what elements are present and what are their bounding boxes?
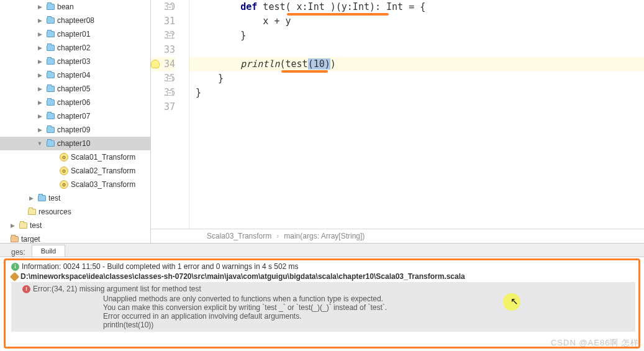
tree-item-chapter03[interactable]: ▶chapter03 bbox=[0, 55, 150, 68]
lightbulb-icon[interactable] bbox=[151, 60, 160, 68]
crumb-class[interactable]: Scala03_Transform bbox=[207, 232, 271, 240]
tree-label: chapter02 bbox=[57, 43, 90, 52]
fold-icon[interactable]: − bbox=[167, 90, 173, 96]
editor-code[interactable]: def test( x:Int )(y:Int): Int = { x + y … bbox=[189, 0, 644, 229]
watermark: CSDN @AE86啊 怎样 bbox=[551, 337, 639, 349]
editor-pane: 30−3132−333435−36−37 def test( x:Int )(y… bbox=[151, 0, 644, 243]
tree-item-test[interactable]: ▶test bbox=[0, 191, 150, 205]
fold-icon[interactable]: − bbox=[167, 33, 173, 39]
cursor-icon: ↖ bbox=[510, 296, 519, 307]
folder-icon bbox=[45, 57, 55, 66]
tree-item-bean[interactable]: ▶bean bbox=[0, 0, 150, 14]
line-number: 37 bbox=[151, 100, 175, 114]
tree-label: chapter09 bbox=[57, 125, 90, 134]
build-info-line: i Information: 0024 11:50 - Build comple… bbox=[11, 262, 635, 271]
folder-icon bbox=[45, 125, 55, 135]
tree-item-scala01_transform[interactable]: ▶oScala01_Transform bbox=[0, 150, 150, 164]
chevron-right-icon[interactable]: ▶ bbox=[36, 113, 43, 119]
warning-icon bbox=[10, 271, 20, 281]
line-number: 36− bbox=[151, 86, 175, 100]
tree-label: Scala03_Transform bbox=[71, 180, 135, 189]
tree-item-chapter10[interactable]: ▼chapter10 bbox=[0, 137, 150, 150]
line-number: 32− bbox=[151, 29, 175, 43]
chevron-right-icon[interactable]: ▶ bbox=[36, 31, 43, 37]
breadcrumb[interactable]: Scala03_Transform › main(args: Array[Str… bbox=[151, 229, 644, 243]
line-number: 31 bbox=[151, 14, 175, 29]
folder-icon bbox=[45, 98, 55, 107]
tree-label: chapter01 bbox=[57, 30, 90, 39]
info-icon: i bbox=[11, 263, 19, 271]
tree-item-chapter05[interactable]: ▶chapter05 bbox=[0, 82, 150, 96]
bottom-tabs: ges: Build bbox=[0, 243, 644, 257]
chevron-right-icon[interactable]: ▶ bbox=[27, 195, 35, 201]
chevron-right-icon[interactable]: ▶ bbox=[36, 4, 43, 10]
folder-icon bbox=[45, 29, 55, 39]
folder-icon bbox=[45, 43, 55, 53]
folder-icon bbox=[27, 207, 37, 217]
tree-label: Scala02_Transform bbox=[71, 166, 135, 175]
fold-icon[interactable]: − bbox=[167, 76, 173, 81]
chevron-down-icon[interactable]: ▼ bbox=[36, 140, 43, 147]
tree-label: resources bbox=[39, 207, 71, 216]
line-number: 35− bbox=[151, 71, 175, 86]
object-icon: o bbox=[59, 152, 69, 162]
folder-icon bbox=[45, 16, 55, 25]
line-number: 34 bbox=[151, 57, 175, 71]
tree-item-chapter06[interactable]: ▶chapter06 bbox=[0, 96, 150, 109]
fold-icon[interactable]: − bbox=[167, 4, 173, 10]
folder-icon bbox=[45, 2, 55, 12]
tree-item-chapter09[interactable]: ▶chapter09 bbox=[0, 123, 150, 137]
tree-item-chapter01[interactable]: ▶chapter01 bbox=[0, 27, 150, 41]
tree-label: bean bbox=[57, 2, 74, 11]
chevron-right-icon[interactable]: ▶ bbox=[36, 45, 43, 51]
tree-label: chapter07 bbox=[57, 112, 90, 121]
line-number: 33 bbox=[151, 43, 175, 57]
object-icon: o bbox=[59, 180, 69, 189]
error-icon: ! bbox=[22, 285, 30, 293]
tree-item-chapter07[interactable]: ▶chapter07 bbox=[0, 109, 150, 123]
build-file-line[interactable]: D:\mineworkspace\idea\classes\classes-sh… bbox=[11, 272, 635, 281]
folder-icon bbox=[45, 139, 55, 148]
tree-item-target[interactable]: ▶target bbox=[0, 232, 150, 243]
editor-gutter: 30−3132−333435−36−37 bbox=[151, 0, 189, 229]
folder-icon bbox=[18, 221, 28, 230]
chevron-right-icon: › bbox=[276, 232, 279, 240]
chevron-right-icon[interactable]: ▶ bbox=[9, 222, 16, 229]
tree-label: chapter05 bbox=[57, 84, 90, 93]
build-output-panel: i Information: 0024 11:50 - Build comple… bbox=[0, 257, 644, 351]
tree-item-test[interactable]: ▶test bbox=[0, 219, 150, 232]
folder-icon bbox=[37, 193, 47, 203]
tab-messages-cut[interactable]: ges: bbox=[11, 248, 25, 257]
tree-label: chapter10 bbox=[57, 139, 90, 148]
crumb-method[interactable]: main(args: Array[String]) bbox=[284, 232, 365, 240]
chevron-right-icon[interactable]: ▶ bbox=[36, 86, 43, 92]
tree-label: test bbox=[30, 221, 42, 230]
tree-label: test bbox=[48, 194, 60, 203]
folder-icon bbox=[45, 70, 55, 80]
tree-item-chapter02[interactable]: ▶chapter02 bbox=[0, 41, 150, 55]
tree-item-scala03_transform[interactable]: ▶oScala03_Transform bbox=[0, 178, 150, 191]
chevron-right-icon[interactable]: ▶ bbox=[36, 72, 43, 78]
folder-icon bbox=[9, 234, 19, 243]
folder-icon bbox=[45, 111, 55, 121]
tree-label: chapter04 bbox=[57, 71, 90, 80]
chevron-right-icon[interactable]: ▶ bbox=[36, 99, 43, 106]
chevron-right-icon[interactable]: ▶ bbox=[36, 127, 43, 133]
tab-build[interactable]: Build bbox=[32, 245, 65, 257]
tree-item-chapteer08[interactable]: ▶chapteer08 bbox=[0, 14, 150, 27]
chevron-right-icon[interactable]: ▶ bbox=[36, 17, 43, 24]
tree-label: chapter03 bbox=[57, 57, 90, 66]
project-tree: ▶bean▶chapteer08▶chapter01▶chapter02▶cha… bbox=[0, 0, 151, 243]
build-error-block[interactable]: ! Error:(34, 21) missing argument list f… bbox=[11, 282, 635, 332]
object-icon: o bbox=[59, 166, 69, 176]
tree-label: chapteer08 bbox=[57, 16, 94, 25]
tree-item-chapter04[interactable]: ▶chapter04 bbox=[0, 68, 150, 82]
tree-label: target bbox=[21, 235, 40, 243]
tree-label: chapter06 bbox=[57, 98, 90, 107]
tree-item-scala02_transform[interactable]: ▶oScala02_Transform bbox=[0, 164, 150, 178]
tree-item-resources[interactable]: ▶resources bbox=[0, 205, 150, 219]
tree-label: Scala01_Transform bbox=[71, 153, 135, 162]
folder-icon bbox=[45, 84, 55, 94]
chevron-right-icon[interactable]: ▶ bbox=[36, 58, 43, 65]
line-number: 30− bbox=[151, 0, 175, 14]
